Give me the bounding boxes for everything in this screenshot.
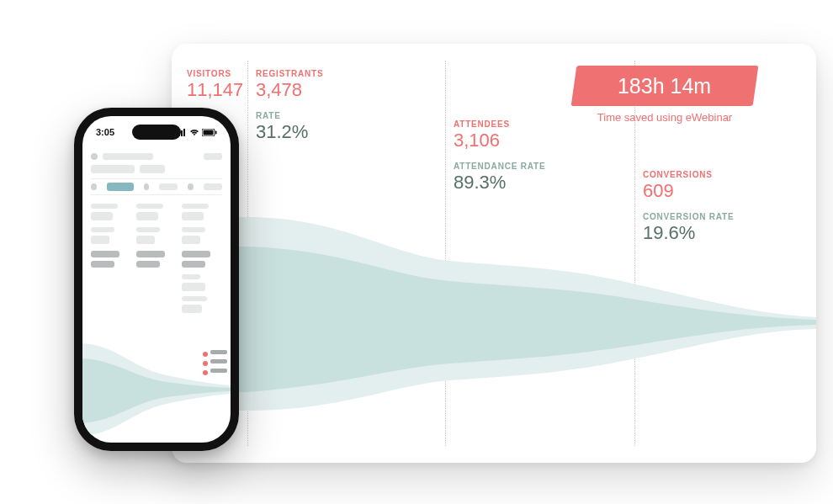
dashboard-panel: VISITORS 11,147 REGISTRANTS 3,478 RATE 3… — [172, 44, 816, 463]
phone-tabs — [91, 178, 222, 195]
phone-notch — [132, 125, 181, 140]
stat-value: 3,106 — [454, 130, 545, 151]
phone-status-icons — [176, 129, 217, 136]
tab-active — [107, 183, 134, 191]
time-saved-value: 183h 14m — [618, 74, 711, 98]
stat-rate-label: ATTENDANCE RATE — [454, 162, 545, 171]
funnel-chart — [172, 217, 816, 411]
time-saved-badge: 183h 14m — [571, 66, 759, 106]
stat-rate-label: RATE — [256, 111, 323, 120]
skeleton-line — [91, 165, 135, 173]
tab-dot — [144, 183, 150, 190]
phone-funnel-chart — [82, 343, 231, 436]
stat-label: VISITORS — [187, 69, 243, 78]
battery-icon — [202, 129, 217, 136]
time-saved-caption: Time saved using eWebinar — [574, 111, 756, 124]
wifi-icon — [189, 129, 199, 136]
stat-label: REGISTRANTS — [256, 69, 323, 78]
phone-screen: 3:05 — [82, 116, 231, 443]
skeleton-line — [140, 165, 165, 173]
phone-mockup: 3:05 — [74, 108, 239, 451]
stat-label: CONVERSIONS — [643, 170, 735, 179]
stat-visitors: VISITORS 11,147 — [187, 69, 243, 101]
phone-stats-cols — [91, 204, 222, 316]
skeleton-line — [103, 153, 153, 160]
tab-dot — [91, 183, 97, 190]
skeleton-line — [204, 183, 222, 190]
stat-value: 3,478 — [256, 79, 323, 101]
stat-value: 11,147 — [187, 79, 243, 101]
stat-label: ATTENDEES — [454, 119, 545, 129]
skeleton-line — [204, 153, 222, 160]
phone-time: 3:05 — [96, 127, 114, 137]
stat-rate-value: 31.2% — [256, 121, 323, 143]
svg-rect-6 — [215, 130, 217, 134]
stat-rate-value: 89.3% — [454, 172, 545, 194]
tab-dot — [188, 183, 194, 190]
phone-content — [91, 153, 222, 316]
stat-value: 609 — [643, 180, 735, 202]
svg-rect-2 — [181, 130, 183, 136]
skeleton-icon — [91, 153, 98, 160]
skeleton-line — [159, 183, 178, 190]
svg-rect-5 — [204, 130, 214, 135]
stat-attendees: ATTENDEES 3,106 ATTENDANCE RATE 89.3% — [454, 119, 545, 194]
stat-registrants: REGISTRANTS 3,478 RATE 31.2% — [256, 69, 323, 143]
svg-rect-3 — [183, 129, 185, 136]
